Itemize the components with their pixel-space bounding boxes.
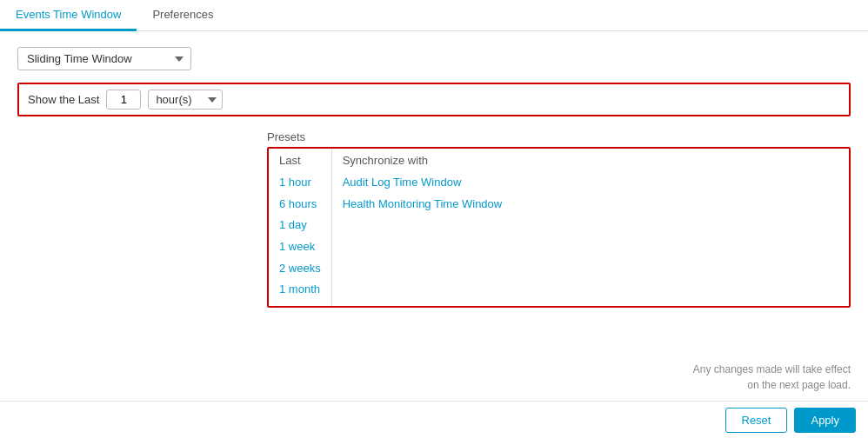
presets-top-label: Presets bbox=[267, 130, 305, 143]
footer-note-line1: Any changes made will take effect bbox=[693, 362, 851, 377]
preset-1-day[interactable]: 1 day bbox=[279, 215, 321, 236]
show-last-input[interactable] bbox=[106, 90, 141, 110]
reset-button[interactable]: Reset bbox=[725, 408, 788, 433]
main-content: Sliding Time Window Fixed Time Window Sh… bbox=[0, 31, 868, 445]
sync-column: Synchronize with Audit Log Time Window H… bbox=[332, 149, 513, 306]
preset-6-hours[interactable]: 6 hours bbox=[279, 194, 321, 216]
sync-audit-log[interactable]: Audit Log Time Window bbox=[343, 172, 503, 194]
preset-2-weeks[interactable]: 2 weeks bbox=[279, 258, 321, 280]
time-window-type-select[interactable]: Sliding Time Window Fixed Time Window bbox=[17, 47, 191, 70]
time-unit-select[interactable]: hour(s) day(s) week(s) month(s) bbox=[148, 90, 223, 110]
show-last-box: Show the Last hour(s) day(s) week(s) mon… bbox=[17, 83, 851, 116]
time-window-type-row: Sliding Time Window Fixed Time Window bbox=[17, 47, 851, 70]
tab-preferences[interactable]: Preferences bbox=[137, 0, 229, 31]
last-column: Last 1 hour 6 hours 1 day 1 week 2 weeks… bbox=[269, 149, 332, 306]
preset-1-hour[interactable]: 1 hour bbox=[279, 172, 321, 194]
tab-events-time-window[interactable]: Events Time Window bbox=[0, 0, 137, 31]
footer-note: Any changes made will take effect on the… bbox=[693, 362, 851, 393]
apply-button[interactable]: Apply bbox=[794, 408, 856, 433]
preset-1-month[interactable]: 1 month bbox=[279, 279, 321, 301]
tab-bar: Events Time Window Preferences bbox=[0, 0, 868, 31]
footer-note-line2: on the next page load. bbox=[693, 377, 851, 393]
presets-box: Last 1 hour 6 hours 1 day 1 week 2 weeks… bbox=[267, 147, 851, 308]
presets-top-label-row: Presets bbox=[267, 130, 851, 143]
sync-health-monitoring[interactable]: Health Monitoring Time Window bbox=[343, 194, 503, 216]
preset-1-week[interactable]: 1 week bbox=[279, 236, 321, 258]
last-header: Last bbox=[279, 154, 321, 167]
sync-header: Synchronize with bbox=[343, 154, 503, 167]
show-last-label: Show the Last bbox=[28, 93, 99, 106]
footer-divider bbox=[0, 401, 868, 402]
footer-buttons: Reset Apply bbox=[725, 408, 857, 433]
